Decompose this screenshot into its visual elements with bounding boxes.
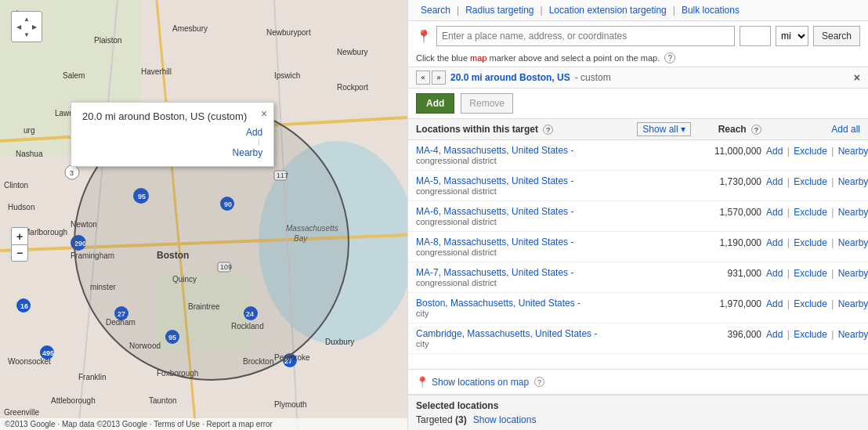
location-exclude-link[interactable]: Exclude (794, 298, 827, 309)
nav-arrow-ne (31, 15, 38, 23)
location-exclude-link[interactable]: Exclude (794, 268, 827, 279)
location-nearby-link[interactable]: Nearby (838, 207, 868, 218)
map-zoom-controls: + − (11, 227, 28, 262)
zoom-out-button[interactable]: − (11, 244, 28, 262)
location-nearby-link[interactable]: Nearby (838, 146, 868, 157)
right-panel: Search | Radius targeting | Location ext… (407, 0, 868, 430)
location-name[interactable]: MA-7, Massachusetts, United States - (416, 267, 696, 278)
nav-arrow-w[interactable]: ◀ (15, 23, 23, 31)
search-button[interactable]: Search (813, 26, 860, 46)
location-name[interactable]: MA-5, Massachusetts, United States - (416, 175, 696, 186)
location-name[interactable]: MA-6, Massachusetts, United States - (416, 206, 696, 217)
tab-location-ext[interactable]: Location extension targeting (544, 5, 671, 16)
location-row: MA-8, Massachusetts, United States - con… (408, 232, 868, 262)
location-reach: 931,000 (696, 267, 766, 279)
location-type: city (416, 339, 696, 349)
svg-text:3: 3 (70, 169, 74, 177)
location-prev-button[interactable]: « (416, 70, 430, 85)
reach-column-header: Reach ? (696, 124, 766, 135)
location-bar: « » 20.0 mi around Boston, US - custom × (408, 67, 868, 89)
svg-text:urg: urg (24, 126, 34, 135)
location-add-link[interactable]: Add (766, 207, 783, 218)
add-location-button[interactable]: Add (416, 93, 454, 114)
tab-search[interactable]: Search (416, 5, 455, 16)
location-nearby-link[interactable]: Nearby (838, 268, 868, 279)
location-search-input[interactable] (436, 26, 735, 46)
svg-text:Plaiston: Plaiston (94, 36, 122, 45)
show-all-button[interactable]: Show all ▾ (637, 122, 691, 136)
svg-text:Ipswich: Ipswich (274, 71, 300, 80)
add-all-link[interactable]: Add all (831, 124, 860, 135)
radius-input[interactable]: 20 (740, 26, 771, 46)
location-nearby-link[interactable]: Nearby (838, 237, 868, 248)
location-info: Boston, Massachusetts, United States - c… (416, 298, 696, 318)
location-exclude-link[interactable]: Exclude (794, 207, 827, 218)
map-link[interactable]: map (470, 53, 486, 63)
location-nearby-link[interactable]: Nearby (838, 176, 868, 187)
location-pin-icon: 📍 (416, 29, 432, 44)
location-title: 20.0 mi around Boston, US (450, 72, 570, 83)
nav-arrow-sw (15, 31, 23, 38)
popup-close-button[interactable]: × (261, 107, 267, 120)
tab-radius[interactable]: Radius targeting (461, 5, 538, 16)
map-navigation[interactable]: ▲ ◀ ▶ ▼ (11, 11, 42, 42)
svg-text:Woonsocket: Woonsocket (8, 357, 51, 366)
svg-text:Haverhill: Haverhill (141, 67, 172, 76)
location-row: MA-6, Massachusetts, United States - con… (408, 201, 868, 232)
location-name[interactable]: MA-4, Massachusetts, United States - (416, 145, 696, 156)
location-add-link[interactable]: Add (766, 268, 783, 279)
show-locations-link[interactable]: Show locations (473, 414, 537, 425)
location-next-button[interactable]: » (432, 70, 446, 85)
location-actions: Add | Exclude | Nearby (766, 267, 860, 279)
location-nearby-link[interactable]: Nearby (838, 298, 868, 309)
location-actions: Add | Exclude | Nearby (766, 145, 860, 157)
location-name[interactable]: MA-8, Massachusetts, United States - (416, 237, 696, 248)
nav-sep-1: | (455, 5, 461, 16)
selected-row: Targeted (3) Show locations (416, 414, 860, 425)
remove-location-button[interactable]: Remove (461, 93, 513, 114)
top-nav: Search | Radius targeting | Location ext… (408, 0, 868, 21)
nav-arrow-n[interactable]: ▲ (23, 15, 31, 23)
nav-arrow-e[interactable]: ▶ (31, 23, 38, 31)
unit-select[interactable]: mi km (776, 26, 808, 46)
location-exclude-link[interactable]: Exclude (794, 146, 827, 157)
location-info: MA-5, Massachusetts, United States - con… (416, 175, 696, 196)
location-add-link[interactable]: Add (766, 237, 783, 248)
location-add-link[interactable]: Add (766, 146, 783, 157)
svg-text:Taunton: Taunton (149, 396, 177, 405)
location-row: MA-4, Massachusetts, United States - con… (408, 140, 868, 171)
reach-help-icon[interactable]: ? (751, 125, 761, 135)
svg-text:Attleborough: Attleborough (51, 396, 96, 405)
add-all-container: Add all (766, 124, 860, 135)
location-name[interactable]: Cambridge, Massachusetts, United States … (416, 328, 696, 339)
location-row: Cambridge, Massachusetts, United States … (408, 323, 868, 354)
location-add-link[interactable]: Add (766, 329, 783, 340)
table-header: Locations within this target ? Show all … (408, 118, 868, 140)
location-row: MA-5, Massachusetts, United States - con… (408, 171, 868, 201)
location-nearby-link[interactable]: Nearby (838, 329, 868, 340)
svg-text:Franklin: Franklin (78, 373, 107, 381)
location-add-link[interactable]: Add (766, 176, 783, 187)
location-add-link[interactable]: Add (766, 298, 783, 309)
svg-text:Newburyport: Newburyport (266, 28, 311, 37)
location-exclude-link[interactable]: Exclude (794, 176, 827, 187)
nav-arrow-s[interactable]: ▼ (23, 31, 31, 38)
show-map-link[interactable]: 📍 Show locations on map ? (416, 376, 860, 388)
hint-help-icon[interactable]: ? (664, 52, 675, 63)
svg-text:Rockport: Rockport (337, 83, 368, 92)
tab-bulk[interactable]: Bulk locations (677, 5, 744, 16)
location-name[interactable]: Boston, Massachusetts, United States - (416, 298, 696, 309)
popup-nearby-link[interactable]: Nearby (233, 147, 263, 158)
locations-help-icon[interactable]: ? (543, 125, 553, 135)
location-exclude-link[interactable]: Exclude (794, 237, 827, 248)
location-exclude-link[interactable]: Exclude (794, 329, 827, 340)
zoom-in-button[interactable]: + (11, 227, 28, 244)
location-reach: 1,970,000 (696, 298, 766, 309)
location-close-button[interactable]: × (854, 71, 860, 84)
map-copyright: ©2013 Google · Map data ©2013 Google · T… (0, 418, 407, 430)
popup-add-link[interactable]: Add (246, 127, 262, 138)
location-type: congressional district (416, 248, 696, 257)
location-type: congressional district (416, 278, 696, 287)
location-info: MA-8, Massachusetts, United States - con… (416, 237, 696, 257)
show-map-help-icon[interactable]: ? (534, 377, 544, 387)
